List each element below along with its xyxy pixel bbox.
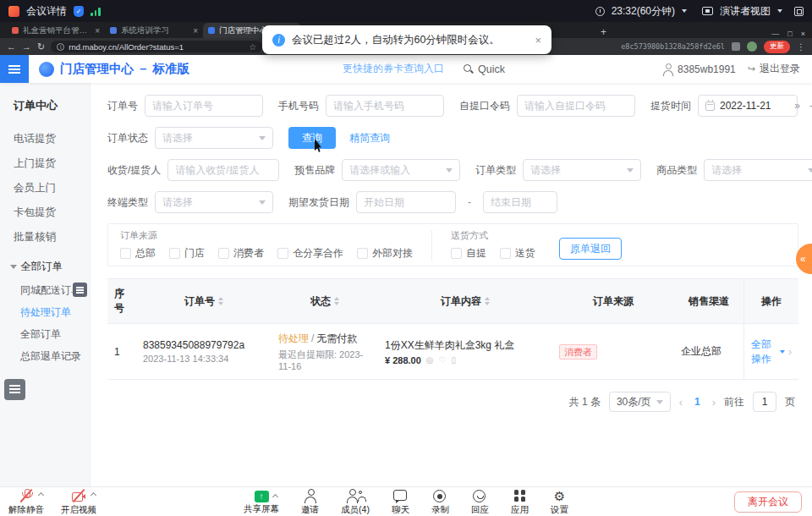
checkbox-source-hq[interactable]: 总部 xyxy=(120,246,156,261)
user-menu[interactable]: 8385wb1991 xyxy=(661,63,736,75)
bookmark-star-icon[interactable] xyxy=(249,42,256,52)
shield-check-icon[interactable] xyxy=(74,6,84,17)
order-type-select[interactable]: 请选择 xyxy=(523,159,641,181)
sidebar-item-phone-pickup[interactable]: 电话提货 xyxy=(0,127,90,151)
chevron-up-icon[interactable] xyxy=(272,494,278,500)
minimize-icon[interactable] xyxy=(771,30,779,38)
current-page[interactable]: 1 xyxy=(691,396,704,408)
goods-type-select[interactable]: 请选择 xyxy=(704,159,812,181)
coupon-query-link[interactable]: 更快捷的券卡查询入口 xyxy=(343,62,444,76)
extensions-icon[interactable] xyxy=(732,42,740,51)
maximize-icon[interactable] xyxy=(787,30,792,38)
page-size-select[interactable]: 30条/页 xyxy=(609,392,671,412)
toolbar-invite[interactable]: 邀请 xyxy=(301,489,319,516)
sidebar-item-pending-orders[interactable]: 待处理订单 xyxy=(0,301,90,323)
search-button[interactable]: 查询 xyxy=(288,127,336,149)
timer-dropdown-icon[interactable] xyxy=(682,9,687,13)
pickup-start-date[interactable]: 2022-11-21 xyxy=(698,95,798,117)
col-content[interactable]: 订单内容 xyxy=(378,279,552,323)
original-return-button[interactable]: 原单退回 xyxy=(559,238,622,260)
order-no-input[interactable] xyxy=(145,95,263,117)
checkbox-source-warehouse-share[interactable]: 仓分享合作 xyxy=(277,246,343,261)
toolbar-chat[interactable]: 聊天 xyxy=(392,489,409,516)
checkbox-source-store[interactable]: 门店 xyxy=(169,246,205,261)
sort-icon[interactable] xyxy=(218,297,223,305)
order-status-placeholder: 请选择 xyxy=(162,131,193,145)
sidebar-item-batch-verify[interactable]: 批量核销 xyxy=(0,225,90,250)
chevron-up-icon[interactable] xyxy=(91,492,96,498)
sort-icon[interactable] xyxy=(485,297,490,305)
toolbar-label: 成员(4) xyxy=(341,504,370,516)
forward-icon[interactable] xyxy=(22,38,31,55)
expect-end-date[interactable]: 结束日期 xyxy=(483,191,557,213)
sidebar-item-member-visit[interactable]: 会员上门 xyxy=(0,176,90,200)
prev-page-button[interactable] xyxy=(679,396,683,409)
view-mode-label[interactable]: 演讲者视图 xyxy=(720,4,771,19)
goto-page-input[interactable] xyxy=(753,392,776,412)
back-icon[interactable] xyxy=(7,38,16,55)
toolbar-reactions[interactable]: 回应 xyxy=(471,489,489,516)
checkbox-self-pickup[interactable]: 自提 xyxy=(451,246,486,261)
toolbar-unmute[interactable]: 解除静音 xyxy=(8,489,44,516)
close-icon[interactable] xyxy=(801,30,805,38)
expect-start-date[interactable]: 开始日期 xyxy=(356,191,456,213)
meeting-title[interactable]: 会议详情 xyxy=(26,4,67,19)
tab-close-icon[interactable] xyxy=(193,26,198,36)
browser-menu-icon[interactable] xyxy=(797,42,805,52)
receiver-input[interactable] xyxy=(167,159,279,181)
pickup-code-input[interactable] xyxy=(517,95,635,117)
tab-close-icon[interactable] xyxy=(95,26,100,36)
sidebar-item-city-delivery[interactable]: 同城配送订单 xyxy=(0,279,90,301)
panel-collapse-icon[interactable] xyxy=(794,100,800,112)
sidebar-item-hq-refunds[interactable]: 总部退单记录 xyxy=(0,345,90,367)
leave-meeting-button[interactable]: 离开会议 xyxy=(734,491,802,513)
all-actions-link[interactable]: 全部操作 xyxy=(751,338,776,366)
floating-list-button[interactable] xyxy=(4,379,25,400)
toolbar-start-video[interactable]: 开启视频 xyxy=(61,489,96,516)
toolbar-settings[interactable]: 设置 xyxy=(551,489,568,516)
view-dropdown-icon[interactable] xyxy=(777,9,782,13)
brand-select[interactable]: 请选择或输入 xyxy=(342,159,460,181)
col-order-no[interactable]: 订单号 xyxy=(136,279,272,323)
toolbar-record[interactable]: 录制 xyxy=(431,489,449,516)
tab-training[interactable]: 系统培训学习 xyxy=(105,23,203,38)
chevron-down-icon xyxy=(259,136,266,140)
update-button[interactable]: 更新 xyxy=(764,41,790,53)
toolbar-share-screen[interactable]: 共享屏幕 xyxy=(244,489,279,516)
toolbar-apps[interactable]: 应用 xyxy=(511,489,529,516)
sidebar-toggle-button[interactable] xyxy=(0,55,29,83)
order-status-select[interactable]: 请选择 xyxy=(155,127,273,149)
reload-icon[interactable] xyxy=(37,38,45,55)
simple-search-link[interactable]: 精简查询 xyxy=(349,131,390,145)
tab-gift-platform[interactable]: 礼盒营销平台管理中心 xyxy=(7,23,105,38)
fullscreen-icon[interactable] xyxy=(794,7,804,16)
sidebar-item-door-pickup[interactable]: 上门提货 xyxy=(0,151,90,176)
next-page-button[interactable] xyxy=(712,396,716,409)
checkbox-source-external[interactable]: 外部对接 xyxy=(357,246,413,261)
meeting-timer[interactable]: 23:32(60分钟) xyxy=(612,4,675,19)
phone-input[interactable] xyxy=(326,95,444,117)
banner-close-icon[interactable] xyxy=(535,34,541,47)
sidebar-sub-label: 待处理订单 xyxy=(20,306,71,318)
logout-button[interactable]: 退出登录 xyxy=(748,62,800,76)
order-no-value[interactable]: 83859345088979792a xyxy=(143,339,265,351)
profile-avatar[interactable] xyxy=(747,41,757,52)
sidebar-group-all-orders[interactable]: 全部订单 xyxy=(0,255,90,279)
brand-field: 预售品牌 请选择或输入 xyxy=(294,159,460,181)
drag-handle-icon[interactable] xyxy=(73,283,87,297)
toolbar-members[interactable]: 成员(4) xyxy=(341,489,370,516)
url-text[interactable]: rnd.maboy.cn/AllOrder?status=1 xyxy=(69,42,244,52)
terminal-type-select[interactable]: 请选择 xyxy=(155,191,273,213)
site-info-icon[interactable] xyxy=(57,43,64,51)
col-status[interactable]: 状态 xyxy=(272,279,378,323)
quick-search[interactable]: Quick xyxy=(463,63,505,75)
row-expand-icon[interactable] xyxy=(788,346,792,358)
chevron-up-icon[interactable] xyxy=(38,492,44,498)
sidebar-item-card-pickup[interactable]: 卡包提货 xyxy=(0,200,90,225)
sort-icon[interactable] xyxy=(334,297,339,305)
checkbox-delivery[interactable]: 送货 xyxy=(500,246,535,261)
sidebar-item-all-orders[interactable]: 全部订单 xyxy=(0,323,90,345)
checkbox-source-consumer[interactable]: 消费者 xyxy=(218,246,264,261)
new-tab-button[interactable] xyxy=(601,26,606,38)
address-field[interactable]: rnd.maboy.cn/AllOrder?status=1 xyxy=(51,41,262,52)
